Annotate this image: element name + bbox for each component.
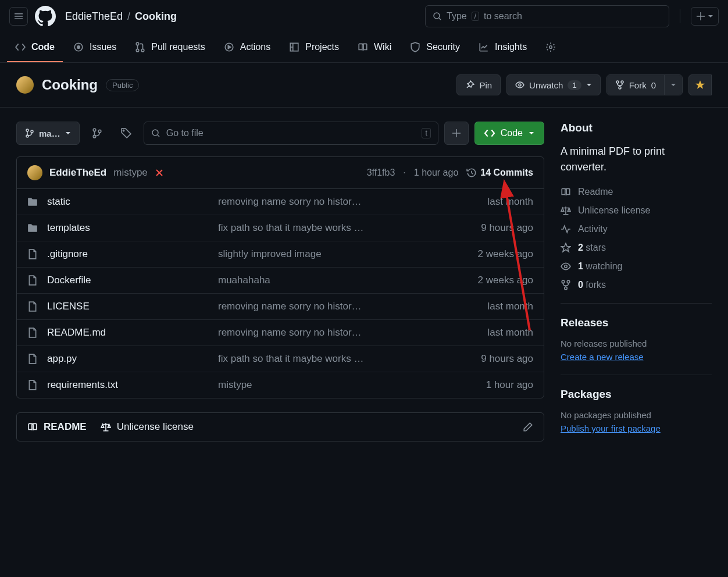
caret-down-icon <box>708 13 713 19</box>
svg-point-11 <box>621 81 623 83</box>
tab-pull-requests[interactable]: Pull requests <box>127 33 213 62</box>
history-icon <box>466 168 477 178</box>
law-icon <box>101 422 111 432</box>
file-name[interactable]: templates <box>47 222 210 234</box>
file-name[interactable]: Dockerfile <box>47 275 210 286</box>
svg-point-3 <box>137 42 140 45</box>
commit-message[interactable]: mistype <box>113 167 148 179</box>
branch-icon <box>25 129 34 138</box>
readme-header: README Unlicense license <box>16 412 544 441</box>
tab-actions[interactable]: Actions <box>216 33 279 62</box>
unwatch-button[interactable]: Unwatch 1 <box>506 74 601 95</box>
file-name[interactable]: static <box>47 196 210 208</box>
svg-point-23 <box>567 280 570 283</box>
file-time: 9 hours ago <box>452 353 533 365</box>
book-icon <box>27 422 38 432</box>
tab-security[interactable]: Security <box>402 33 468 62</box>
law-icon <box>561 205 571 216</box>
tab-wiki[interactable]: Wiki <box>349 33 399 62</box>
fork-icon <box>561 280 571 290</box>
book-icon <box>358 42 368 52</box>
commit-sha[interactable]: 3ff1fb3 <box>367 168 395 178</box>
pin-button[interactable]: Pin <box>456 74 501 95</box>
eye-icon <box>561 261 571 272</box>
forks-link[interactable]: 0 forks <box>561 280 712 290</box>
svg-point-18 <box>98 130 101 133</box>
file-commit-msg[interactable]: removing name sorry no histor… <box>218 301 444 312</box>
file-time: last month <box>452 301 533 312</box>
tab-insights[interactable]: Insights <box>470 33 535 62</box>
book-icon <box>561 187 571 197</box>
file-icon <box>27 380 39 390</box>
file-icon <box>27 354 39 364</box>
svg-point-16 <box>93 129 96 131</box>
activity-link[interactable]: Activity <box>561 224 712 234</box>
file-commit-msg[interactable]: mistype <box>218 379 444 391</box>
caret-down-icon <box>586 82 592 88</box>
file-commit-msg[interactable]: muahahaha <box>218 275 444 286</box>
file-commit-msg[interactable]: removing name sorry no histor… <box>218 327 444 339</box>
file-commit-msg[interactable]: slightly improved image <box>218 248 444 260</box>
file-row: README.mdremoving name sorry no histor…l… <box>17 320 544 346</box>
repo-tabs: Code Issues Pull requests Actions Projec… <box>0 33 728 63</box>
create-new-button[interactable] <box>691 7 719 26</box>
star-button[interactable] <box>688 74 712 95</box>
file-row: LICENSEremoving name sorry no histor…las… <box>17 294 544 320</box>
code-icon <box>484 128 495 138</box>
packages-none: No packages published <box>561 410 712 420</box>
license-tab[interactable]: Unlicense license <box>101 421 194 433</box>
tags-link[interactable] <box>115 128 138 138</box>
file-name[interactable]: LICENSE <box>47 301 210 312</box>
edit-readme-button[interactable] <box>523 422 533 432</box>
commit-count-link[interactable]: 14 Commits <box>466 168 533 178</box>
about-sidebar: About A minimal PDF to print converter. … <box>561 122 712 441</box>
branch-selector[interactable]: ma… <box>16 122 80 145</box>
file-time: last month <box>452 327 533 339</box>
file-time: 2 weeks ago <box>452 275 533 286</box>
license-link[interactable]: Unlicense license <box>561 205 712 216</box>
branches-link[interactable] <box>85 128 109 138</box>
fork-button[interactable]: Fork 0 <box>606 74 683 95</box>
avatar[interactable] <box>16 76 34 94</box>
hamburger-menu[interactable] <box>9 7 28 26</box>
file-time: 9 hours ago <box>452 222 533 234</box>
stars-link[interactable]: 2 stars <box>561 243 712 253</box>
status-fail-icon[interactable] <box>155 168 164 177</box>
file-icon <box>27 327 39 338</box>
watching-link[interactable]: 1 watching <box>561 261 712 272</box>
file-name[interactable]: requirements.txt <box>47 379 210 391</box>
breadcrumb: EddieTheEd / Cooking <box>65 10 177 23</box>
add-file-button[interactable] <box>444 122 469 145</box>
visibility-badge: Public <box>106 79 139 91</box>
svg-point-20 <box>152 130 158 136</box>
commit-author[interactable]: EddieTheEd <box>49 167 106 179</box>
create-release-link[interactable]: Create a new release <box>561 352 712 362</box>
branch-icon <box>92 128 102 138</box>
svg-point-15 <box>31 130 33 133</box>
file-name[interactable]: .gitignore <box>47 248 210 260</box>
file-commit-msg[interactable]: fix path so that it maybe works … <box>218 353 444 365</box>
file-commit-msg[interactable]: removing name sorry no histor… <box>218 196 444 208</box>
breadcrumb-repo[interactable]: Cooking <box>135 10 177 23</box>
goto-file-input[interactable]: Go to file t <box>144 122 438 145</box>
github-logo-icon[interactable] <box>35 6 56 27</box>
file-name[interactable]: app.py <box>47 353 210 365</box>
file-commit-msg[interactable]: fix path so that it maybe works … <box>218 222 444 234</box>
tab-code[interactable]: Code <box>7 33 63 62</box>
file-name[interactable]: README.md <box>47 327 210 339</box>
pull-request-icon <box>135 42 145 52</box>
commit-avatar[interactable] <box>27 165 42 180</box>
svg-point-8 <box>549 45 552 48</box>
readme-tab[interactable]: README <box>27 421 87 433</box>
breadcrumb-owner[interactable]: EddieTheEd <box>65 10 123 23</box>
code-button[interactable]: Code <box>474 122 544 145</box>
tab-projects[interactable]: Projects <box>281 33 347 62</box>
file-icon <box>27 249 39 259</box>
search-input[interactable]: Type / to search <box>425 5 669 27</box>
tab-issues[interactable]: Issues <box>65 33 124 62</box>
readme-link[interactable]: Readme <box>561 187 712 197</box>
publish-package-link[interactable]: Publish your first package <box>561 423 712 433</box>
svg-point-9 <box>519 84 521 86</box>
file-icon <box>27 275 39 286</box>
tab-settings-overflow[interactable] <box>537 33 556 62</box>
